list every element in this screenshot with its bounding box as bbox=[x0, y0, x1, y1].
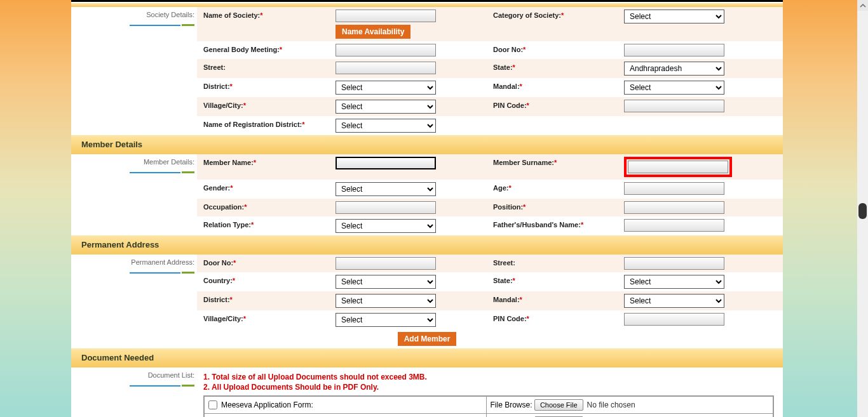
doc-row: Meeseva Application Form:File Browse: Ch… bbox=[204, 396, 773, 414]
label-father-s-husband-s-name: Father's/Husband's Name:* bbox=[487, 216, 620, 235]
label-age: Age:* bbox=[487, 180, 620, 199]
state-select[interactable]: Select bbox=[624, 275, 724, 289]
village-city-select[interactable]: Select bbox=[336, 313, 436, 327]
village-city-select[interactable]: Select bbox=[336, 100, 436, 114]
member-name-input[interactable] bbox=[336, 157, 436, 169]
pin-code-input[interactable] bbox=[624, 313, 724, 326]
position-input[interactable] bbox=[624, 201, 724, 214]
label-position: Position:* bbox=[487, 199, 620, 216]
top-divider bbox=[71, 0, 783, 2]
label-district: District:* bbox=[197, 291, 332, 310]
doc-row: Memorandum and ByeLaw:*File Browse: Choo… bbox=[204, 414, 773, 418]
label-door-no: Door No:* bbox=[487, 41, 620, 59]
label-member-surname: Member Surname:* bbox=[487, 154, 620, 180]
street-input[interactable] bbox=[624, 257, 724, 270]
label-street: Street: bbox=[197, 59, 332, 78]
name-of-society-input[interactable] bbox=[336, 10, 436, 22]
scrollbar-thumb[interactable] bbox=[858, 203, 867, 219]
street-input[interactable] bbox=[336, 62, 436, 74]
general-body-meeting-input[interactable] bbox=[336, 44, 436, 56]
door-no-input[interactable] bbox=[336, 257, 436, 270]
label-mandal: Mandal:* bbox=[487, 78, 620, 97]
label-name-of-registration-district: Name of Registration District:* bbox=[197, 116, 332, 135]
society-sublabel: Society Details: bbox=[71, 7, 197, 26]
member-surname-highlight bbox=[624, 157, 732, 177]
doc-checkbox[interactable] bbox=[208, 400, 217, 409]
label-general-body-meeting: General Body Meeting:* bbox=[197, 41, 332, 59]
label-village-city: Village/City:* bbox=[197, 310, 332, 329]
label-category-of-society: Category of Society:* bbox=[487, 7, 620, 41]
label- bbox=[487, 116, 620, 135]
doc-notes: 1. Total size of all Upload Documents sh… bbox=[197, 367, 783, 395]
door-no-input[interactable] bbox=[624, 44, 724, 56]
label-gender: Gender:* bbox=[197, 180, 332, 199]
member-surname-input[interactable] bbox=[628, 161, 728, 173]
mandal-select[interactable]: Select bbox=[624, 294, 724, 308]
age-input[interactable] bbox=[624, 182, 724, 195]
choose-file-button[interactable]: Choose File bbox=[534, 399, 583, 411]
member-sublabel: Member Details: bbox=[71, 154, 197, 173]
docs-sublabel: Document List: bbox=[71, 367, 197, 387]
label-village-city: Village/City:* bbox=[197, 97, 332, 116]
mandal-select[interactable]: Select bbox=[624, 81, 724, 95]
gender-select[interactable]: Select bbox=[336, 182, 436, 196]
label-mandal: Mandal:* bbox=[487, 291, 620, 310]
label-door-no: Door No:* bbox=[197, 255, 332, 272]
perm-sublabel: Permanent Address: bbox=[71, 255, 197, 274]
country-select[interactable]: Select bbox=[336, 275, 436, 289]
label-relation-type: Relation Type:* bbox=[197, 216, 332, 235]
form-container: Society Details: Name of Society:*Name A… bbox=[71, 0, 783, 417]
label-occupation: Occupation:* bbox=[197, 199, 332, 216]
label-name-of-society: Name of Society:* bbox=[197, 7, 332, 41]
label-country: Country:* bbox=[197, 272, 332, 291]
docs-section-header: Document Needed bbox=[71, 348, 783, 367]
label-district: District:* bbox=[197, 78, 332, 97]
label-state: State:* bbox=[487, 272, 620, 291]
district-select[interactable]: Select bbox=[336, 81, 436, 95]
occupation-input[interactable] bbox=[336, 201, 436, 214]
perm-section-header: Permanent Address bbox=[71, 235, 783, 255]
father-s-husband-s-name-input[interactable] bbox=[624, 219, 724, 232]
doc-table: Meeseva Application Form:File Browse: Ch… bbox=[203, 395, 774, 417]
member-section-header: Member Details bbox=[71, 135, 783, 154]
label-member-name: Member Name:* bbox=[197, 154, 332, 180]
pin-code-input[interactable] bbox=[624, 100, 724, 112]
category-of-society-select[interactable]: Select bbox=[624, 10, 724, 23]
scrollbar-up-icon[interactable] bbox=[857, 0, 868, 11]
state-select[interactable]: Andhrapradesh bbox=[624, 62, 724, 76]
relation-type-select[interactable]: Select bbox=[336, 219, 436, 233]
add-member-button[interactable]: Add Member bbox=[398, 332, 457, 346]
label-state: State:* bbox=[487, 59, 620, 78]
label-pin-code: PIN Code:* bbox=[487, 310, 620, 329]
file-browse-label: File Browse: bbox=[491, 400, 532, 409]
name-availability-button[interactable]: Name Availability bbox=[336, 25, 410, 39]
label-street: Street: bbox=[487, 255, 620, 272]
no-file-text: No file chosen bbox=[587, 400, 635, 409]
doc-label: Meeseva Application Form: bbox=[221, 400, 313, 409]
district-select[interactable]: Select bbox=[336, 294, 436, 308]
label-pin-code: PIN Code:* bbox=[487, 97, 620, 116]
name-of-registration-district-select[interactable]: Select bbox=[336, 119, 436, 133]
